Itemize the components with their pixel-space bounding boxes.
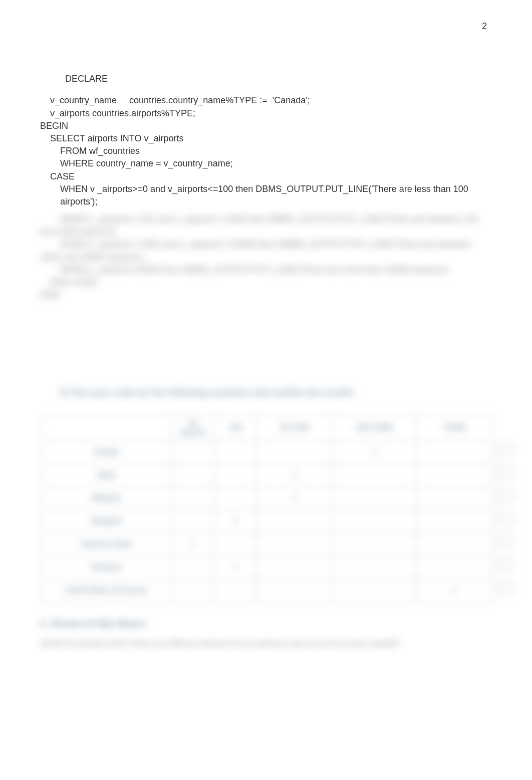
table-cell: [172, 556, 214, 579]
code-line: SELECT airports INTO v_airports: [40, 132, 492, 145]
blurred-code-line: WHEN v_airports>=101 and v_airports<=100…: [40, 213, 492, 238]
table-cell: [172, 464, 214, 487]
table-cell: [332, 487, 416, 510]
code-line: WHEN v _airports>=0 and v_airports<=100 …: [40, 183, 492, 208]
table-cell: [416, 487, 491, 510]
table-cell: [416, 441, 491, 464]
blurred-code-continuation: WHEN v_airports>=101 and v_airports<=100…: [40, 213, 492, 301]
code-line: v_airports countries.airports%TYPE;: [40, 107, 492, 120]
table-cell: X: [214, 556, 256, 579]
row-label: Canada: [41, 441, 172, 464]
table-cell: [256, 533, 332, 556]
page-number: 2: [40, 20, 492, 33]
table-header-cell: [41, 415, 172, 441]
table-header-cell: <101: [214, 415, 256, 441]
table-cell: X: [256, 464, 332, 487]
table-cell: [416, 510, 491, 533]
table-cell: X: [416, 579, 491, 602]
side-mark: [496, 489, 514, 502]
side-mark: [496, 581, 514, 594]
table-cell: [214, 464, 256, 487]
table-cell: [214, 533, 256, 556]
table-cell: [214, 441, 256, 464]
table-cell: [256, 556, 332, 579]
table-cell: [256, 579, 332, 602]
code-line: FROM wf_countries: [40, 145, 492, 157]
blurred-code-line: END;: [40, 289, 492, 301]
table-row: Navassa IslandX: [41, 533, 492, 556]
side-mark: [496, 512, 514, 525]
table-cell: [172, 441, 214, 464]
side-mark: [496, 535, 514, 548]
table-row: CanadaX: [41, 441, 492, 464]
side-mark: [496, 443, 514, 456]
row-label: Mongolia: [41, 510, 172, 533]
table-header-cell: >10000: [416, 415, 491, 441]
code-line: v_country_name countries.country_name%TY…: [40, 94, 492, 107]
table-cell: [416, 464, 491, 487]
row-label: Japan: [41, 464, 172, 487]
table-cell: X: [256, 487, 332, 510]
plsql-code-block: v_country_name countries.country_name%TY…: [40, 94, 492, 208]
table-cell: [172, 510, 214, 533]
blurred-code-line: WHEN v_airports>10000 then DBMS_OUTPUT.P…: [40, 264, 492, 276]
blurred-paragraph: Identify the examples below? What is the…: [40, 638, 492, 649]
code-line: BEGIN: [40, 120, 492, 132]
table-header-cell: 1001-10000: [332, 415, 416, 441]
table-cell: [172, 579, 214, 602]
table-cell: [332, 556, 416, 579]
table-cell: [332, 533, 416, 556]
row-label: Malaysia: [41, 487, 172, 510]
declare-keyword: DECLARE: [65, 73, 492, 85]
table-cell: [416, 533, 491, 556]
table-row: United States of AmericaX: [41, 579, 492, 602]
table-header-cell: No airports: [172, 415, 214, 441]
blurred-code-line: END CASE;: [40, 276, 492, 289]
table-cell: X: [214, 510, 256, 533]
table-row: RomaniaX: [41, 556, 492, 579]
table-cell: [214, 579, 256, 602]
table-cell: [332, 510, 416, 533]
table-cell: [332, 579, 416, 602]
table-cell: X: [172, 533, 214, 556]
code-line: WHERE country_name = v_country_name;: [40, 157, 492, 170]
row-label: Navassa Island: [41, 533, 172, 556]
blurred-results-table: No airports<101101-10001001-10000>10000 …: [40, 415, 492, 603]
code-line: CASE: [40, 170, 492, 183]
table-cell: [172, 487, 214, 510]
table-cell: X: [332, 441, 416, 464]
table-cell: [256, 441, 332, 464]
section-c-heading: C. Review of SQL Basics: [40, 618, 492, 630]
table-row: MongoliaX: [41, 510, 492, 533]
table-header-cell: 101-1000: [256, 415, 332, 441]
table-cell: [416, 556, 491, 579]
section-b-heading: B. Run your code for the following count…: [60, 386, 492, 399]
row-label: Romania: [41, 556, 172, 579]
blurred-code-line: WHEN v_airports>=1001 and v_airports<=10…: [40, 238, 492, 263]
table-cell: [214, 487, 256, 510]
side-mark: [496, 466, 514, 479]
side-mark: [496, 558, 514, 571]
table-row: JapanX: [41, 464, 492, 487]
table-cell: [256, 510, 332, 533]
table-cell: [332, 464, 416, 487]
table-row: MalaysiaX: [41, 487, 492, 510]
row-label: United States of America: [41, 579, 172, 602]
